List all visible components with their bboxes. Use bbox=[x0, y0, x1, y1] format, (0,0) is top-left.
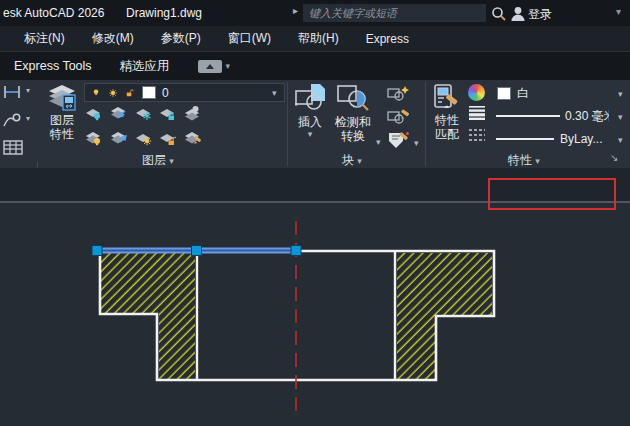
object-color-swatch bbox=[497, 87, 511, 100]
layers-sphere-icon[interactable] bbox=[183, 105, 201, 121]
color-dropdown-icon[interactable]: ▾ bbox=[618, 89, 623, 99]
layer-select-dropdown-icon[interactable]: ▾ bbox=[272, 88, 277, 98]
layers-sun-icon[interactable] bbox=[134, 130, 152, 146]
ribbon-collapse-button[interactable] bbox=[198, 60, 222, 73]
object-color-select[interactable]: 白 bbox=[492, 84, 613, 102]
color-wheel-icon[interactable] bbox=[468, 84, 485, 101]
layer-panel-expand-icon: ▾ bbox=[169, 156, 174, 166]
properties-panel-expand-icon: ▾ bbox=[535, 156, 540, 166]
menu-help[interactable]: 帮助(H) bbox=[298, 30, 339, 47]
leader-tool-icon[interactable] bbox=[2, 112, 24, 128]
tab-express-tools[interactable]: Express Tools bbox=[0, 59, 106, 73]
menu-window[interactable]: 窗口(W) bbox=[228, 30, 271, 47]
dimension-dropdown-icon[interactable]: ▾ bbox=[26, 86, 30, 95]
grip-endpoint-left[interactable] bbox=[92, 246, 102, 256]
dimension-tool-icon[interactable] bbox=[2, 85, 24, 99]
match-properties-button[interactable]: 特性 匹配 bbox=[428, 83, 466, 141]
tab-featured-apps[interactable]: 精选应用 bbox=[106, 58, 184, 75]
layers-lock-icon[interactable] bbox=[158, 105, 176, 121]
layer-unlock-icon bbox=[123, 85, 138, 101]
layer-color-swatch bbox=[142, 86, 156, 99]
layer-select[interactable]: 0 bbox=[84, 83, 285, 102]
block-edit-icon[interactable] bbox=[386, 108, 410, 124]
match-properties-icon bbox=[431, 83, 463, 113]
linetype-icon[interactable] bbox=[468, 128, 486, 144]
panel-separator bbox=[425, 82, 426, 166]
properties-panel-label[interactable]: 特性 ▾ bbox=[508, 152, 540, 169]
detect-convert-icon bbox=[335, 83, 371, 115]
block-panel-expand-icon: ▾ bbox=[357, 156, 362, 166]
edit-inplace-dropdown-icon[interactable]: ▾ bbox=[414, 138, 419, 148]
layers-bulb-cyan-icon[interactable] bbox=[84, 105, 102, 121]
titlebar-dropdown-icon[interactable]: ▾ bbox=[616, 6, 621, 17]
insert-block-icon bbox=[293, 83, 327, 115]
layers-snowflake-icon[interactable] bbox=[134, 105, 152, 121]
layers-unlock-icon[interactable] bbox=[158, 130, 176, 146]
menu-bar: 标注(N) 修改(M) 参数(P) 窗口(W) 帮助(H) Express bbox=[0, 26, 630, 52]
lineweight-preview-line bbox=[496, 115, 560, 118]
layers-arrow-down-icon[interactable] bbox=[109, 105, 127, 121]
signin-button[interactable]: 登录 bbox=[528, 6, 552, 23]
properties-dialog-launcher-icon[interactable]: ↘ bbox=[610, 152, 618, 163]
layer-thaw-sun-icon bbox=[105, 85, 121, 101]
lineweight-icon[interactable] bbox=[468, 106, 486, 120]
menu-modify[interactable]: 修改(M) bbox=[92, 30, 134, 47]
insert-block-button[interactable]: 插入 ▾ bbox=[291, 83, 329, 139]
table-tool-icon[interactable] bbox=[3, 140, 23, 156]
user-icon[interactable] bbox=[510, 5, 526, 22]
layers-arrow-up-icon[interactable] bbox=[109, 130, 127, 146]
hatch-region-left[interactable] bbox=[101, 253, 195, 379]
linetype-select[interactable]: ByLay... bbox=[492, 130, 613, 148]
lineweight-select[interactable]: 0.30 毫米 bbox=[492, 107, 613, 125]
ribbon-tab-row: Express Tools 精选应用 ▾ bbox=[0, 52, 630, 80]
lineweight-dropdown-icon[interactable]: ▾ bbox=[618, 112, 623, 122]
layers-brush-icon[interactable] bbox=[183, 130, 201, 146]
block-create-icon[interactable] bbox=[386, 85, 410, 101]
layer-panel-label[interactable]: 图层 ▾ bbox=[142, 152, 174, 169]
layer-properties-icon bbox=[46, 83, 78, 113]
layers-bulb-yellow-icon[interactable] bbox=[84, 130, 102, 146]
leader-dropdown-icon[interactable]: ▾ bbox=[26, 114, 30, 123]
search-input[interactable] bbox=[303, 4, 486, 22]
autocad-window: esk AutoCAD 2026 Drawing1.dwg ▸ 登录 ▾ 标注(… bbox=[0, 0, 630, 426]
linetype-preview-line bbox=[496, 138, 554, 140]
grip-midpoint[interactable] bbox=[192, 246, 202, 256]
layer-on-bulb-icon bbox=[89, 85, 103, 100]
linetype-dropdown-icon[interactable]: ▾ bbox=[618, 135, 623, 145]
detect-convert-button[interactable]: 检测和 转换 bbox=[330, 83, 376, 143]
panel-separator bbox=[287, 82, 288, 166]
layer-properties-button[interactable]: 图层 特性 bbox=[42, 83, 82, 141]
grip-endpoint-right[interactable] bbox=[291, 246, 301, 256]
app-title: esk AutoCAD 2026 bbox=[3, 6, 104, 20]
current-layer-name: 0 bbox=[162, 86, 169, 100]
block-panel-label[interactable]: 块 ▾ bbox=[342, 152, 362, 169]
ribbon: ▾ ▾ 图层 bbox=[0, 80, 630, 168]
ribbon-collapse-dropdown-icon[interactable]: ▾ bbox=[226, 61, 231, 71]
drawing-viewport[interactable] bbox=[0, 203, 630, 426]
block-edit-inplace-icon[interactable] bbox=[386, 130, 410, 150]
lineweight-highlight-box bbox=[488, 178, 616, 210]
search-flyout-icon[interactable]: ▸ bbox=[293, 5, 298, 16]
drawing-canvas[interactable] bbox=[0, 203, 630, 426]
detect-dropdown-icon[interactable]: ▾ bbox=[376, 137, 381, 147]
search-icon[interactable] bbox=[491, 6, 507, 22]
title-bar: esk AutoCAD 2026 Drawing1.dwg ▸ 登录 ▾ bbox=[0, 0, 630, 26]
menu-express[interactable]: Express bbox=[366, 32, 409, 46]
menu-parametric[interactable]: 参数(P) bbox=[161, 30, 201, 47]
insert-dropdown-icon: ▾ bbox=[308, 129, 313, 139]
left-toolbar: ▾ ▾ bbox=[0, 80, 37, 168]
ribbon-collapse-icon bbox=[206, 64, 214, 69]
document-title: Drawing1.dwg bbox=[126, 6, 202, 20]
menu-dimension[interactable]: 标注(N) bbox=[24, 30, 65, 47]
